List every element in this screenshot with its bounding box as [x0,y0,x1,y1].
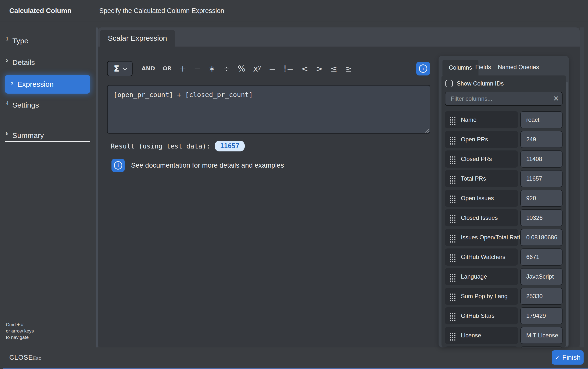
step-number: 1 [6,36,9,42]
window-scrollbar[interactable] [580,27,584,347]
function-dropdown[interactable]: Σ [107,61,133,76]
column-drag-pill[interactable]: Language [445,268,518,285]
operator-or[interactable]: OR [163,66,172,71]
step-number: 2 [6,58,9,63]
dialog-title: Calculated Column [9,7,72,15]
column-value: 25330 [520,288,563,305]
column-rows: Name react Open PRs 249 Closed PRs 11408… [445,111,563,347]
column-drag-pill[interactable]: GitHub Watchers [445,248,518,266]
tab-columns[interactable]: Columns [442,60,478,75]
column-label: GitHub Stars [461,312,494,319]
keyboard-hint: Cmd + # or arrow keys to navigate [6,321,34,341]
operator-equals[interactable]: = [269,64,276,73]
expression-tabstrip: Scalar Expression [98,27,580,47]
column-drag-pill[interactable]: Issues Open/Total Ratio [445,229,518,246]
sidebar-step-summary[interactable]: 5 Summary [6,131,44,140]
column-row-license: License MIT License [445,327,563,344]
column-value: 10326 [520,209,563,226]
operator-less-than[interactable]: < [301,64,308,73]
column-label: Open PRs [461,136,488,143]
column-label: Issues Open/Total Ratio [461,234,523,241]
filter-columns-input[interactable] [445,92,563,106]
column-value: 11408 [520,150,563,168]
column-drag-pill[interactable]: Open Issues [445,190,518,207]
step-label: Details [12,58,35,67]
operator-and[interactable]: AND [142,66,155,71]
show-column-ids-checkbox-row[interactable]: Show Column IDs [445,80,563,87]
sidebar-step-details[interactable]: 2 Details [6,58,35,67]
column-label: Sum Pop by Lang [461,293,508,300]
close-button[interactable]: CLOSE [9,354,33,361]
documentation-info-button[interactable]: i [111,159,125,172]
column-value: 920 [520,190,563,207]
operator-multiply[interactable]: ∗ [208,64,216,73]
operator-less-equal[interactable]: ≤ [331,64,338,73]
column-drag-pill[interactable]: Name [445,111,518,128]
result-row: Result (using test data): 11657 [111,141,245,151]
tab-named-queries[interactable]: Named Queries [498,64,539,71]
content-scrollbar[interactable] [96,27,98,347]
operator-divide[interactable]: ÷ [223,64,230,73]
column-drag-pill[interactable]: License [445,327,518,344]
column-row-github-watchers: GitHub Watchers 6671 [445,248,563,266]
column-drag-pill[interactable] [445,346,518,347]
info-icon: i [114,161,122,170]
clear-filter-icon[interactable]: × [553,93,559,104]
documentation-note: i See documentation for more details and… [111,159,284,172]
checkbox-icon[interactable] [445,80,453,87]
step-label: Summary [12,131,44,140]
step-label: Type [12,37,28,45]
esc-shortcut-label: Esc [33,355,41,361]
tab-scalar-expression[interactable]: Scalar Expression [100,30,175,47]
column-row-open-issues: Open Issues 920 [445,190,563,207]
operator-power[interactable]: xʸ [253,64,261,73]
column-value: react [520,111,563,128]
operator-not-equals[interactable]: != [283,64,294,73]
finish-button[interactable]: ✓ Finish [552,350,584,365]
sidebar-step-expression-active[interactable]: 3 Expression [5,75,90,94]
hint-line: or arrow keys [6,328,34,334]
column-drag-pill[interactable]: Open PRs [445,131,518,148]
drag-handle-icon [450,119,451,121]
wizard-sidebar: 1 Type 2 Details 3 Expression 4 Settings… [0,22,96,347]
step-number: 5 [6,131,9,136]
drag-handle-icon [450,315,451,317]
expression-input[interactable]: [open_pr_count] + [closed_pr_count] [107,85,430,134]
sidebar-step-settings[interactable]: 4 Settings [6,101,39,109]
bottom-accent-bar [3,368,588,369]
column-row-name: Name react [445,111,563,128]
sigma-icon: Σ [114,64,119,74]
info-icon: i [419,64,427,73]
sidebar-step-type[interactable]: 1 Type [6,37,28,45]
column-row-total-prs: Total PRs 11657 [445,170,563,187]
result-label: Result (using test data): [111,142,210,150]
columns-panel-scrollbar[interactable] [566,82,568,346]
column-label: Closed Issues [461,214,498,221]
column-row-sum-pop: Sum Pop by Lang 25330 [445,288,563,305]
drag-handle-icon [450,257,451,258]
column-row-github-stars: GitHub Stars 179429 [445,307,563,324]
drag-handle-icon [450,276,451,277]
operator-minus[interactable]: − [194,64,201,73]
column-drag-pill[interactable]: Sum Pop by Lang [445,288,518,305]
filter-wrap: × [445,92,563,106]
step-number: 4 [6,100,9,106]
column-row-language: Language JavaScript [445,268,563,285]
column-value: 6671 [520,248,563,266]
columns-panel-body: Show Column IDs × Name react Open PRs 24… [441,75,566,347]
expression-info-button[interactable]: i [416,62,430,75]
documentation-text: See documentation for more details and e… [131,161,284,169]
operator-greater-equal[interactable]: ≥ [345,64,352,73]
column-drag-pill[interactable]: Total PRs [445,170,518,187]
column-drag-pill[interactable]: Closed PRs [445,150,518,168]
calculated-column-dialog: Calculated Column Specify the Calculated… [0,0,588,369]
column-drag-pill[interactable]: GitHub Stars [445,307,518,324]
operator-modulo[interactable]: % [238,64,245,73]
column-drag-pill[interactable]: Closed Issues [445,209,518,226]
result-value-badge: 11657 [215,141,245,151]
operator-greater-than[interactable]: > [316,64,323,73]
finish-label: Finish [562,354,581,361]
tab-fields[interactable]: Fields [475,64,491,71]
operator-plus[interactable]: + [179,64,186,73]
operator-toolbar: Σ AND OR + − ∗ ÷ % xʸ = != < > ≤ ≥ [107,61,352,76]
